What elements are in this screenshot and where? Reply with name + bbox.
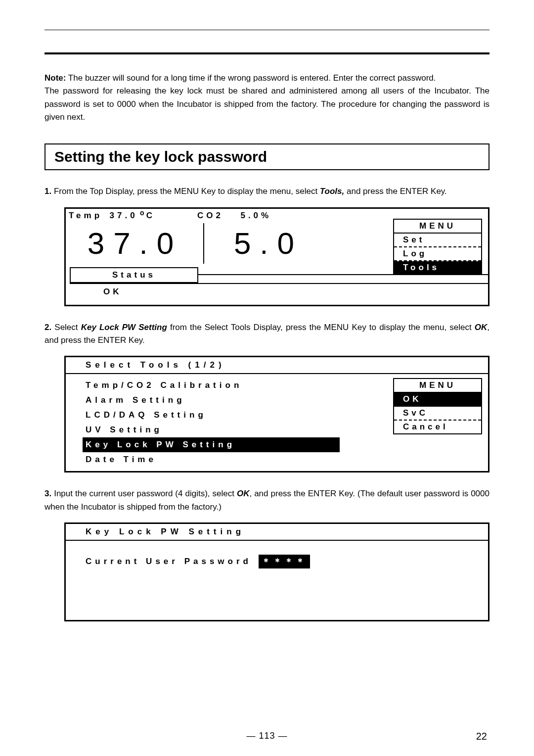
status-box: Status xyxy=(70,267,198,283)
menu-item-log[interactable]: Log xyxy=(394,247,481,261)
step-1: 1. From the Top Display, press the MENU … xyxy=(44,185,490,198)
footer: ― 113 ― 22 xyxy=(0,731,534,741)
step-1-tools: Tools, xyxy=(320,187,344,196)
tool-item-uv[interactable]: UV Setting xyxy=(86,423,343,437)
p2-menu-ok[interactable]: OK xyxy=(394,393,481,407)
password-mask[interactable]: ＊＊＊＊ xyxy=(259,555,310,568)
p1-temp-small: Temp 37.0 oC xyxy=(69,211,192,221)
menu-item-tools[interactable]: Tools xyxy=(394,261,481,274)
step-3: 3. Input the current user password (4 di… xyxy=(44,487,490,514)
step-3-ok: OK xyxy=(237,489,250,498)
lcd-panel-top-display: Temp 37.0 oC CO2 5.0% 37.0 5.0 MENU Set … xyxy=(64,207,490,306)
status-line xyxy=(198,274,488,275)
step-1-num: 1. xyxy=(44,187,51,196)
page-number-right: 22 xyxy=(476,731,487,742)
note-label: Note: xyxy=(44,73,66,83)
section-divider-bar xyxy=(44,52,490,54)
step-2-ok: OK xyxy=(475,323,488,332)
ok-row: OK xyxy=(70,283,488,300)
p2-menu-title: MENU xyxy=(394,379,481,393)
password-row: Current User Password ＊＊＊＊ xyxy=(86,555,488,568)
temp-unit: oC xyxy=(140,211,154,220)
co2-label: CO2 xyxy=(197,211,223,220)
step-2-a: Select xyxy=(51,323,81,332)
note-paragraph: Note: The buzzer will sound for a long t… xyxy=(44,72,490,124)
step-3-a: Input the current user password (4 digit… xyxy=(51,489,237,498)
p2-body: Temp/CO2 Calibration Alarm Setting LCD/D… xyxy=(66,374,488,471)
p2-menu-svc[interactable]: SvC xyxy=(394,407,481,421)
co2-val-small: 5.0% xyxy=(240,211,271,220)
step-2-num: 2. xyxy=(44,323,51,332)
big-co2: 5.0 xyxy=(214,226,323,261)
top-hairline xyxy=(44,30,490,30)
note-line2: The password for releasing the key lock … xyxy=(44,86,490,122)
section-title-box: Setting the key lock password xyxy=(44,143,490,170)
degree-icon: o xyxy=(140,209,146,217)
password-label: Current User Password xyxy=(86,557,252,567)
tool-item-alarm[interactable]: Alarm Setting xyxy=(86,393,343,408)
section-title: Setting the key lock password xyxy=(54,148,480,165)
p2-menu-box: MENU OK SvC Cancel xyxy=(393,378,482,434)
step-2: 2. Select Key Lock PW Setting from the S… xyxy=(44,321,490,347)
step-1-a: From the Top Display, press the MENU Key… xyxy=(51,187,320,196)
p2-title: Select Tools (1/2) xyxy=(66,357,488,374)
big-temp: 37.0 xyxy=(71,226,199,261)
note-line1: The buzzer will sound for a long time if… xyxy=(66,73,436,83)
tool-item-datetime[interactable]: Date Time xyxy=(86,452,343,467)
menu-item-set[interactable]: Set xyxy=(394,234,481,247)
temp-val-small: 37.0 xyxy=(110,211,138,220)
p3-body: Current User Password ＊＊＊＊ xyxy=(66,541,488,568)
temp-c: C xyxy=(146,211,154,220)
step-1-b: and press the ENTER Key. xyxy=(344,187,447,196)
lcd-panel-select-tools: Select Tools (1/2) Temp/CO2 Calibration … xyxy=(64,356,490,472)
p3-title: Key Lock PW Setting xyxy=(66,524,488,541)
lcd-panel-password: Key Lock PW Setting Current User Passwor… xyxy=(64,522,490,621)
page-number-center: ― 113 ― xyxy=(246,731,287,741)
step-2-kl: Key Lock PW Setting xyxy=(81,323,167,332)
vertical-divider xyxy=(203,223,204,264)
tool-item-keylock[interactable]: Key Lock PW Setting xyxy=(83,437,340,452)
temp-label: Temp xyxy=(69,211,102,220)
p1-menu-box: MENU Set Log Tools xyxy=(393,219,482,275)
tool-item-calibration[interactable]: Temp/CO2 Calibration xyxy=(86,378,343,393)
menu-title: MENU xyxy=(394,220,481,234)
tool-item-lcd-daq[interactable]: LCD/DAQ Setting xyxy=(86,408,343,423)
step-3-num: 3. xyxy=(44,489,51,498)
p1-co2-small: CO2 5.0% xyxy=(192,211,271,221)
p2-menu-cancel[interactable]: Cancel xyxy=(394,421,481,433)
step-2-b: from the Select Tools Display, press the… xyxy=(167,323,475,332)
